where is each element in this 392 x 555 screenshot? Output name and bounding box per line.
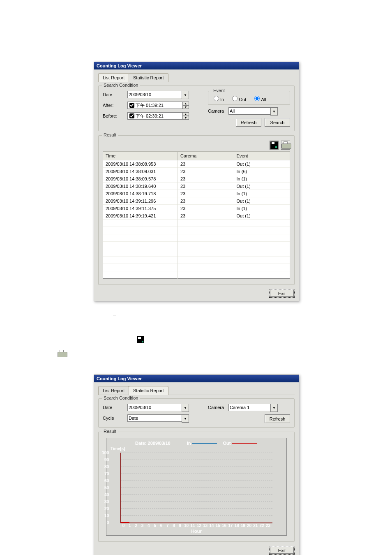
save-icon[interactable] <box>270 141 279 150</box>
floppy-icon <box>137 336 144 343</box>
table-row <box>103 234 290 242</box>
search-condition-group: Search Condition Date ▼ Cycle <box>98 398 295 428</box>
label-after: After: <box>103 103 127 108</box>
table-row <box>103 257 290 264</box>
y-ticks: 0102030405060708090100 <box>111 453 120 523</box>
refresh-button[interactable]: Refresh <box>236 118 261 127</box>
after-time-input[interactable]: 下午 01:39:21 <box>136 102 164 109</box>
legend-out: Out <box>223 441 257 446</box>
tab-statistic-report[interactable]: Statistic Report <box>129 73 168 82</box>
printer-icon <box>58 350 67 357</box>
col-event[interactable]: Event <box>234 152 290 160</box>
camera-combo[interactable] <box>228 107 278 115</box>
exit-button[interactable]: Exit <box>269 289 295 298</box>
table-row[interactable]: 2009/03/10 14:39:19.42123Out (1) <box>103 212 290 220</box>
table-row <box>103 249 290 257</box>
refresh-button[interactable]: Refresh <box>265 414 290 423</box>
window-title: Counting Log Viewer <box>94 62 299 69</box>
col-camera[interactable]: Carema <box>178 152 234 160</box>
legend-in: In <box>187 441 217 446</box>
cycle-combo[interactable] <box>127 414 189 422</box>
dash-char: – <box>113 311 392 318</box>
x-ticks: 01234567891011121314151617181920212223 <box>120 523 271 528</box>
legend-line-out <box>232 443 257 444</box>
after-enabled-checkbox[interactable] <box>129 103 134 108</box>
counting-log-viewer-dialog-2: Counting Log Viewer List Report Statisti… <box>94 375 299 555</box>
tab-list-report[interactable]: List Report <box>98 73 129 82</box>
tab-list-report[interactable]: List Report <box>98 386 129 395</box>
chart: Date: 2009/03/10 In Out Time[s] 01020304… <box>106 438 287 536</box>
table-row <box>103 242 290 249</box>
print-icon[interactable] <box>281 141 290 150</box>
plot-area <box>120 453 272 523</box>
table-row <box>103 227 290 234</box>
result-group: Result Date: 2009/03/10 In Out <box>98 432 295 542</box>
label-camera: Camera <box>208 405 228 410</box>
camera-combo[interactable] <box>228 404 278 411</box>
result-table: Time Carema Event 2009/03/10 14:38:08.95… <box>103 151 290 279</box>
table-row[interactable]: 2009/03/10 14:38:09.57823In (1) <box>103 175 290 183</box>
before-enabled-checkbox[interactable] <box>129 113 134 118</box>
radio-out[interactable]: Out <box>230 97 246 102</box>
tabs: List Report Statistic Report <box>98 386 295 395</box>
label-date: Date <box>103 92 127 97</box>
legend-line-in <box>192 443 217 444</box>
counting-log-viewer-dialog: Counting Log Viewer List Report Statisti… <box>94 62 299 301</box>
table-row[interactable]: 2009/03/10 14:39:11.37523In (1) <box>103 205 290 212</box>
date-input[interactable] <box>127 404 189 411</box>
table-row <box>103 264 290 271</box>
result-group: Result Time Carema Event 2009/03/10 14:3… <box>98 135 295 285</box>
chart-title: Date: 2009/03/10 <box>135 441 171 446</box>
table-row <box>103 220 290 227</box>
table-row[interactable]: 2009/03/10 14:38:09.03123In (6) <box>103 168 290 175</box>
group-title-event: Event <box>212 88 226 93</box>
spin-up-icon[interactable]: ▲ <box>182 102 189 105</box>
date-input[interactable] <box>127 91 189 98</box>
label-cycle: Cycle <box>103 416 127 421</box>
tab-statistic-report[interactable]: Statistic Report <box>129 386 168 395</box>
spin-down-icon[interactable]: ▼ <box>182 116 189 120</box>
search-button[interactable]: Search <box>265 118 290 127</box>
spin-up-icon[interactable]: ▲ <box>182 112 189 116</box>
x-axis-label: Hour <box>111 529 282 534</box>
radio-in[interactable]: In <box>212 97 224 102</box>
before-time-input[interactable]: 下午 02:39:21 <box>136 113 164 119</box>
col-time[interactable]: Time <box>103 152 178 160</box>
table-row[interactable]: 2009/03/10 14:38:08.95323Out (1) <box>103 160 290 168</box>
window-title: Counting Log Viewer <box>94 375 299 382</box>
table-row <box>103 271 290 279</box>
table-row[interactable]: 2009/03/10 14:38:19.64023Out (1) <box>103 183 290 190</box>
label-date: Date <box>103 405 127 410</box>
tabs: List Report Statistic Report <box>98 73 295 82</box>
group-title-search: Search Condition <box>102 395 140 400</box>
radio-all[interactable]: All <box>252 97 266 102</box>
table-row[interactable]: 2009/03/10 14:38:19.71823In (1) <box>103 190 290 197</box>
y-axis-label: Time[s] <box>111 446 282 451</box>
group-title-result: Result <box>102 429 118 434</box>
group-title-search: Search Condition <box>102 83 140 88</box>
label-before: Before: <box>103 113 127 118</box>
spin-down-icon[interactable]: ▼ <box>182 105 189 109</box>
series-out-line <box>121 522 129 523</box>
table-row[interactable]: 2009/03/10 14:39:11.29623Out (1) <box>103 197 290 205</box>
group-title-result: Result <box>102 132 118 137</box>
exit-button[interactable]: Exit <box>269 546 295 555</box>
label-camera: Camera <box>208 109 228 113</box>
search-condition-group: Search Condition Date ▼ After: <box>98 86 295 131</box>
